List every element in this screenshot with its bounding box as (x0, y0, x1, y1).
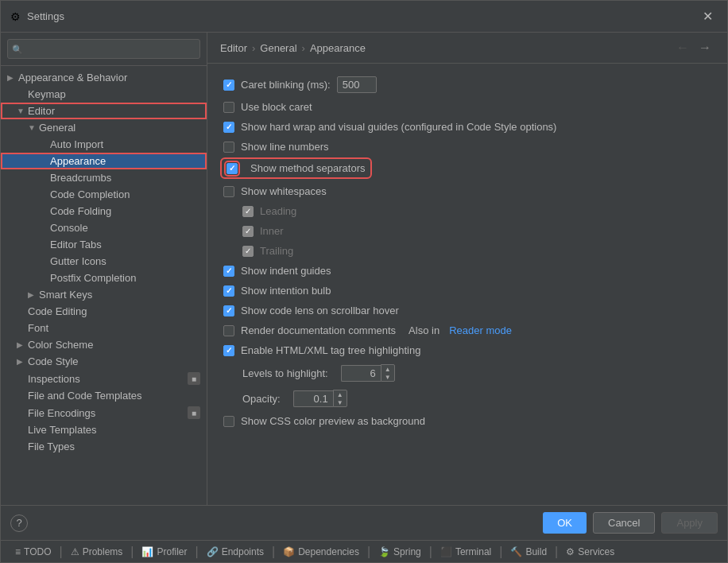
show-css-color-checkbox[interactable] (223, 416, 234, 427)
settings-panel: Caret blinking (ms): Use block caret Sho… (207, 64, 727, 505)
sidebar-item-postfix-completion[interactable]: Postfix Completion (1, 270, 207, 286)
show-intention-bulb-checkbox[interactable] (223, 285, 234, 297)
expand-arrow: ▶ (17, 340, 28, 349)
expand-arrow: ▼ (17, 107, 28, 115)
sidebar-item-code-editing[interactable]: Code Editing (1, 303, 207, 320)
sidebar-item-live-templates[interactable]: Live Templates (1, 421, 207, 438)
sidebar-item-color-scheme[interactable]: ▶ Color Scheme (1, 336, 207, 353)
caret-blinking-checkbox[interactable] (223, 80, 234, 91)
taskbar-todo[interactable]: ≡ TODO (7, 541, 59, 562)
levels-input[interactable] (341, 365, 381, 382)
settings-tree: ▶ Appearance & Behavior Keymap ▼ Editor … (1, 66, 207, 505)
sidebar-item-inspections[interactable]: Inspections ■ (1, 370, 207, 387)
sidebar-item-label: Auto Import (50, 138, 200, 150)
dependencies-icon: 📦 (283, 546, 295, 557)
apply-button[interactable]: Apply (661, 512, 718, 534)
render-doc-comments-checkbox[interactable] (223, 325, 234, 336)
sidebar-item-label: File and Code Templates (28, 390, 200, 402)
sidebar-item-editor-tabs[interactable]: Editor Tabs (1, 236, 207, 253)
sidebar: ▶ Appearance & Behavior Keymap ▼ Editor … (1, 33, 207, 505)
ok-button[interactable]: OK (543, 512, 587, 534)
sidebar-item-keymap[interactable]: Keymap (1, 86, 207, 103)
sidebar-item-appearance[interactable]: Appearance (1, 153, 207, 169)
sidebar-item-code-folding[interactable]: Code Folding (1, 203, 207, 219)
sidebar-item-code-completion[interactable]: Code Completion (1, 186, 207, 203)
sidebar-item-editor[interactable]: ▼ Editor (1, 103, 207, 119)
show-intention-bulb-row: Show intention bulb (223, 285, 711, 297)
opacity-input[interactable] (293, 390, 333, 407)
sidebar-item-label: Code Style (28, 355, 200, 367)
inner-checkbox[interactable] (242, 226, 254, 237)
spring-label: Spring (393, 546, 421, 557)
opacity-up-button[interactable]: ▲ (334, 390, 347, 398)
cancel-button[interactable]: Cancel (593, 512, 655, 534)
caret-blinking-input[interactable] (337, 76, 377, 93)
sidebar-item-breadcrumbs[interactable]: Breadcrumbs (1, 169, 207, 186)
show-hard-wrap-checkbox[interactable] (223, 122, 234, 133)
show-line-numbers-row: Show line numbers (223, 141, 711, 153)
sidebar-item-label: File Types (28, 441, 200, 452)
problems-label: Problems (83, 546, 123, 557)
breadcrumb-nav: ← → (673, 41, 714, 55)
use-block-caret-checkbox[interactable] (223, 102, 234, 113)
spinner-down-button[interactable]: ▼ (381, 373, 394, 381)
spinner-up-button[interactable]: ▲ (381, 365, 394, 373)
nav-back-button[interactable]: ← (673, 41, 692, 55)
sidebar-item-file-code-templates[interactable]: File and Code Templates (1, 387, 207, 404)
search-input[interactable] (7, 39, 200, 59)
todo-icon: ≡ (15, 546, 21, 557)
sidebar-item-general[interactable]: ▼ General (1, 119, 207, 136)
enable-html-xml-checkbox[interactable] (223, 345, 234, 356)
bottom-bar: ? OK Cancel Apply (1, 505, 727, 540)
show-indent-guides-checkbox[interactable] (223, 266, 234, 277)
search-box (1, 33, 207, 66)
sidebar-item-gutter-icons[interactable]: Gutter Icons (1, 253, 207, 270)
sidebar-item-file-types[interactable]: File Types (1, 438, 207, 455)
problems-icon: ⚠ (71, 546, 79, 557)
caret-blinking-label: Caret blinking (ms): (241, 79, 331, 91)
sidebar-item-label: Postfix Completion (50, 272, 200, 284)
taskbar-services[interactable]: ⚙ Services (558, 541, 622, 562)
show-line-numbers-checkbox[interactable] (223, 142, 234, 153)
show-whitespaces-label: Show whitespaces (241, 185, 327, 197)
taskbar-problems[interactable]: ⚠ Problems (63, 541, 131, 562)
caret-blinking-row: Caret blinking (ms): (223, 76, 711, 93)
leading-label: Leading (260, 205, 296, 217)
breadcrumb-sep: › (252, 42, 255, 54)
nav-forward-button[interactable]: → (695, 41, 714, 55)
taskbar-terminal[interactable]: ⬛ Terminal (432, 541, 499, 562)
taskbar-endpoints[interactable]: 🔗 Endpoints (199, 541, 272, 562)
show-hard-wrap-row: Show hard wrap and visual guides (config… (223, 121, 711, 133)
sidebar-item-console[interactable]: Console (1, 219, 207, 236)
trailing-checkbox[interactable] (242, 246, 254, 257)
show-whitespaces-checkbox[interactable] (223, 186, 234, 197)
also-in-label: Also in (409, 324, 440, 336)
sidebar-item-auto-import[interactable]: Auto Import (1, 136, 207, 153)
app-icon: ⚙ (10, 10, 21, 23)
sidebar-item-file-encodings[interactable]: File Encodings ■ (1, 404, 207, 421)
opacity-down-button[interactable]: ▼ (334, 398, 347, 406)
taskbar-build[interactable]: 🔨 Build (502, 541, 555, 562)
show-code-lens-checkbox[interactable] (223, 305, 234, 316)
badge-icon: ■ (188, 372, 200, 385)
sidebar-item-code-style[interactable]: ▶ Code Style (1, 353, 207, 370)
sidebar-item-smart-keys[interactable]: ▶ Smart Keys (1, 286, 207, 303)
reader-mode-link[interactable]: Reader mode (449, 324, 512, 336)
taskbar-profiler[interactable]: 📊 Profiler (134, 541, 195, 562)
show-code-lens-row: Show code lens on scrollbar hover (223, 305, 711, 316)
title-bar: ⚙ Settings ✕ (1, 1, 727, 33)
taskbar-dependencies[interactable]: 📦 Dependencies (275, 541, 367, 562)
dependencies-label: Dependencies (298, 546, 359, 557)
leading-checkbox[interactable] (242, 206, 254, 217)
taskbar-spring[interactable]: 🍃 Spring (370, 541, 429, 562)
sidebar-item-appearance-behavior[interactable]: ▶ Appearance & Behavior (1, 69, 207, 86)
action-buttons: OK Cancel Apply (543, 512, 718, 534)
help-button[interactable]: ? (10, 514, 28, 532)
show-whitespaces-row: Show whitespaces (223, 185, 711, 197)
sidebar-item-label: Appearance (50, 155, 200, 167)
close-button[interactable]: ✕ (698, 7, 718, 25)
show-method-separators-checkbox[interactable] (227, 163, 238, 174)
todo-label: TODO (24, 546, 51, 557)
build-icon: 🔨 (510, 546, 522, 557)
sidebar-item-font[interactable]: Font (1, 320, 207, 336)
